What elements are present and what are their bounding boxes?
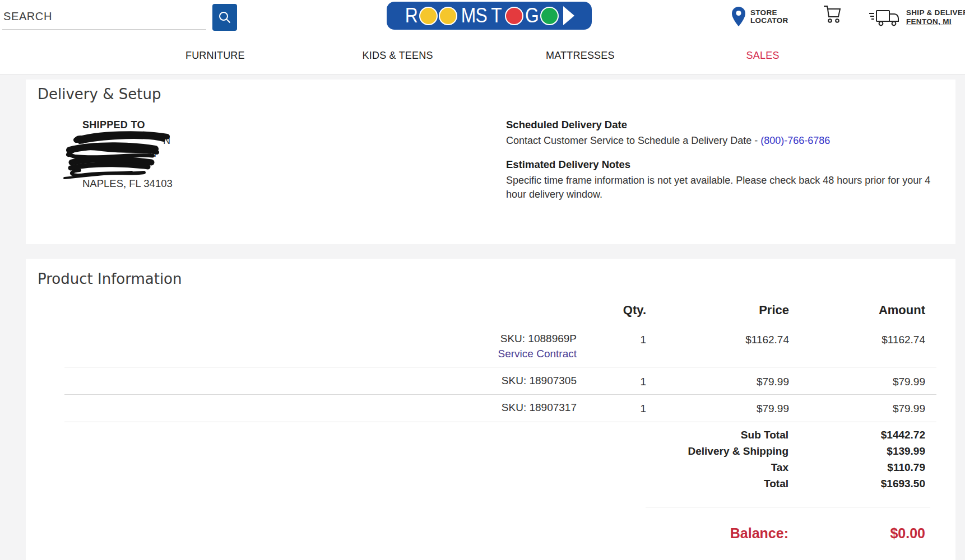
delivery-shipping-label: Delivery & Shipping [688, 445, 788, 458]
service-contract-link[interactable]: Service Contract [498, 348, 577, 360]
row-divider [64, 394, 936, 395]
row-amount: $1162.74 [882, 334, 925, 346]
rooms-to-go-logo[interactable]: R MS T G [387, 2, 592, 30]
logo-arrow-icon [563, 6, 574, 25]
search-input[interactable] [2, 3, 206, 30]
shipped-to-city-line: NAPLES, FL 34103 [82, 178, 173, 190]
delivery-setup-title: Delivery & Setup [38, 86, 161, 102]
row-price: $1162.74 [745, 334, 789, 346]
tax-label: Tax [771, 461, 788, 474]
row-amount: $79.99 [893, 376, 925, 388]
total-label: Total [764, 478, 788, 490]
estimated-delivery-notes-title: Estimated Delivery Notes [506, 158, 630, 171]
row-price: $79.99 [757, 403, 789, 415]
ship-deliver-selector[interactable]: SHIP & DELIVER TO FENTON, MI [906, 9, 965, 26]
total-value: $1693.50 [881, 478, 925, 490]
top-bar: R MS T G STORE LOCATOR [0, 0, 965, 39]
scheduled-delivery-text: Contact Customer Service to Schedule a D… [506, 135, 760, 146]
row-divider [64, 422, 936, 422]
column-header-qty: Qty. [623, 303, 646, 318]
row-qty: 1 [640, 376, 646, 388]
row-qty: 1 [640, 403, 646, 415]
marker-scribble-redaction-icon [63, 130, 175, 184]
row-sku: SKU: 18907317 [502, 402, 577, 414]
ship-deliver-truck [869, 10, 901, 30]
column-header-price: Price [759, 303, 789, 318]
main-nav-items: FURNITURE KIDS & TEENS MATTRESSES SALES [124, 38, 854, 73]
delivery-shipping-value: $139.99 [887, 445, 925, 458]
logo-red-circle-icon [505, 7, 523, 25]
location-pin-icon [731, 6, 746, 30]
nav-item-kids-teens[interactable]: KIDS & TEENS [307, 38, 489, 73]
row-amount: $79.99 [893, 403, 925, 415]
logo-letter-g: G [525, 2, 539, 30]
estimated-delivery-notes-text: Specific time frame information is not y… [506, 174, 949, 202]
store-locator-label-line1: STORE [750, 9, 788, 17]
truck-icon [869, 20, 901, 29]
ship-deliver-location-link[interactable]: FENTON, MI [906, 18, 965, 26]
totals-divider [646, 507, 930, 507]
balance-value: $0.00 [890, 525, 925, 542]
nav-item-sales[interactable]: SALES [671, 38, 854, 73]
subtotal-value: $1442.72 [881, 429, 925, 441]
store-locator-label-line2: LOCATOR [750, 17, 788, 25]
search-button[interactable] [212, 4, 237, 31]
row-divider [64, 367, 936, 367]
column-header-amount: Amount [879, 303, 925, 318]
scheduled-delivery-date-title: Scheduled Delivery Date [506, 119, 627, 131]
logo-letter-r: R [405, 2, 417, 30]
product-information-title: Product Information [38, 270, 182, 287]
store-locator-button[interactable]: STORE LOCATOR [731, 6, 788, 30]
search-icon [217, 10, 232, 25]
tax-value: $110.79 [887, 461, 925, 474]
row-price: $79.99 [757, 376, 789, 388]
row-sku: SKU: 1088969P [500, 333, 577, 345]
product-information-card [26, 259, 955, 560]
nav-item-mattresses[interactable]: MATTRESSES [489, 38, 672, 73]
cart-icon [822, 18, 843, 27]
subtotal-label: Sub Total [741, 429, 788, 441]
nav-item-furniture[interactable]: FURNITURE [124, 38, 307, 73]
logo-letters-ms-t: MS T [461, 2, 501, 30]
balance-label: Balance: [730, 525, 788, 542]
ship-deliver-label: SHIP & DELIVER TO [906, 9, 965, 17]
order-details-page: R MS T G STORE LOCATOR [0, 0, 965, 560]
row-qty: 1 [640, 334, 646, 346]
customer-service-phone-link[interactable]: (800)-766-6786 [760, 135, 830, 146]
logo-green-circle-icon [540, 7, 559, 25]
logo-yellow-circle-icon [419, 7, 438, 25]
shipped-to-label: SHIPPED TO [82, 119, 145, 131]
row-sku: SKU: 18907305 [502, 375, 577, 387]
logo-yellow-circle-icon [439, 7, 457, 25]
cart-button[interactable] [822, 4, 843, 28]
